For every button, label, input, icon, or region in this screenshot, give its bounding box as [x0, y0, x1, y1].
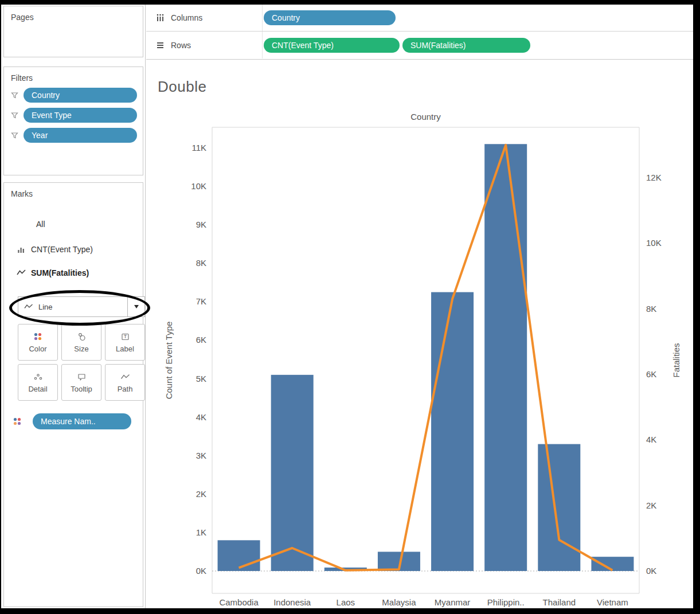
filter-pill-country[interactable]: Country [24, 88, 137, 103]
left-axis-title: Count of Event Type [164, 322, 174, 400]
columns-icon [156, 13, 165, 22]
rows-shelf-label: Rows [171, 41, 191, 50]
svg-text:T: T [123, 334, 127, 339]
rows-pill-sum-fatalities[interactable]: SUM(Fatalities) [402, 38, 530, 53]
marks-card-all[interactable]: All [4, 211, 143, 237]
bar-mark-Indonesia[interactable] [271, 375, 314, 571]
chevron-down-icon [134, 305, 139, 308]
marks-card-cnt-event-type[interactable]: CNT(Event Type) [4, 237, 143, 261]
category-label: Philippin.. [487, 597, 525, 607]
bar-mark-Cambodia[interactable] [218, 540, 260, 571]
filters-shelf[interactable]: Filters Country Event Type Year [3, 67, 143, 175]
columns-shelf[interactable]: Columns Country [146, 5, 693, 32]
column-header: Country [410, 112, 441, 122]
columns-shelf-label: Columns [171, 13, 202, 22]
category-label: Indonesia [273, 597, 311, 607]
shelves: Columns Country Rows CNT(Event Type) SUM… [146, 5, 693, 60]
color-dots-icon [33, 331, 43, 342]
measure-names-pill[interactable]: Measure Nam.. [33, 413, 131, 429]
app-frame: Pages Filters Country Event Type Year [1, 5, 693, 608]
color-button-label: Color [29, 345, 46, 353]
left-axis-tick: 11K [191, 143, 206, 152]
marks-card-all-label: All [36, 220, 45, 229]
tooltip-button-label: Tooltip [71, 385, 92, 393]
right-axis-tick: 2K [646, 500, 656, 510]
size-button[interactable]: Size [61, 324, 101, 361]
tooltip-button[interactable]: Tooltip [61, 364, 101, 401]
category-label: Thailand [543, 597, 576, 607]
category-label: Malaysia [382, 597, 416, 607]
columns-shelf-pills: Country [263, 10, 396, 25]
left-axis-tick: 9K [196, 220, 206, 229]
filters-title: Filters [4, 67, 143, 83]
right-axis-title: Fatalities [671, 343, 681, 377]
bar-mark-Myanmar[interactable] [431, 292, 474, 571]
rows-shelf-label-cell: Rows [146, 32, 263, 58]
left-axis-tick: 4K [196, 412, 206, 422]
marks-card-sum-label: SUM(Fatalities) [31, 268, 89, 277]
columns-pill-country[interactable]: Country [264, 10, 396, 25]
right-axis-tick: 10K [646, 238, 662, 248]
marks-title: Marks [4, 183, 143, 198]
left-axis-tick: 0K [196, 566, 206, 576]
measure-names-dots-icon [12, 416, 22, 427]
right-axis-tick: 6K [646, 369, 656, 379]
bar-mark-Philippin..[interactable] [484, 144, 527, 571]
filter-icon [11, 112, 18, 119]
detail-button[interactable]: Detail [18, 364, 58, 401]
detail-icon [33, 372, 43, 382]
columns-shelf-label-cell: Columns [146, 5, 263, 31]
right-axis-tick: 8K [646, 304, 656, 314]
label-button[interactable]: T Label [105, 324, 145, 361]
filter-row: Year [11, 128, 137, 143]
size-button-label: Size [74, 345, 88, 353]
path-button[interactable]: Path [105, 364, 145, 401]
bar-mark-Thailand[interactable] [538, 444, 580, 571]
rows-shelf-pills: CNT(Event Type) SUM(Fatalities) [263, 38, 530, 53]
pages-shelf[interactable]: Pages [3, 6, 143, 57]
color-button[interactable]: Color [18, 324, 58, 361]
marks-card-cnt-label: CNT(Event Type) [31, 245, 93, 254]
right-axis-tick: 4K [646, 435, 656, 444]
line-chart-icon [17, 268, 26, 277]
right-axis-tick: 0K [646, 566, 656, 576]
left-axis-tick: 10K [191, 181, 206, 191]
category-label: Laos [337, 597, 355, 607]
label-button-label: Label [116, 345, 134, 353]
mark-type-dropdown-arrow[interactable] [127, 297, 144, 316]
right-axis-tick: 12K [646, 173, 662, 182]
dual-axis-chart[interactable]: Country0K1K2K3K4K5K6K7K8K9K10K11K0K2K4K6… [146, 60, 693, 608]
bar-chart-icon [17, 245, 26, 254]
label-icon: T [120, 332, 130, 342]
rows-shelf[interactable]: Rows CNT(Event Type) SUM(Fatalities) [146, 32, 693, 58]
category-label: Myanmar [435, 597, 471, 607]
path-button-label: Path [118, 385, 133, 393]
marks-card: Marks All CNT(Event Type) SUM(Fatalities… [3, 182, 143, 607]
tableau-window: Pages Filters Country Event Type Year [0, 0, 700, 614]
filter-icon [11, 132, 18, 139]
worksheet: Double Country0K1K2K3K4K5K6K7K8K9K10K11K… [146, 60, 693, 608]
size-icon [77, 332, 87, 342]
detail-button-label: Detail [28, 385, 47, 393]
filter-icon [11, 92, 18, 99]
mark-type-value: Line [38, 303, 53, 311]
filter-row: Event Type [11, 108, 137, 123]
mark-type-dropdown[interactable]: Line [18, 296, 145, 317]
rows-pill-cnt-event-type[interactable]: CNT(Event Type) [264, 38, 400, 53]
left-axis-tick: 6K [196, 335, 206, 345]
filter-row: Country [11, 88, 137, 103]
left-axis-tick: 3K [196, 451, 206, 460]
left-axis-tick: 7K [196, 296, 206, 306]
pages-title: Pages [4, 6, 143, 22]
category-label: Vietnam [597, 597, 628, 607]
filter-pill-event-type[interactable]: Event Type [24, 108, 137, 123]
filter-pill-year[interactable]: Year [24, 128, 137, 143]
bar-mark-Vietnam[interactable] [591, 557, 633, 571]
measure-names-encoding: Measure Nam.. [12, 413, 131, 429]
marks-buttons: Color Size T Label Detail [18, 324, 146, 401]
marks-card-sum-fatalities[interactable]: SUM(Fatalities) [4, 261, 143, 284]
path-icon [120, 372, 130, 382]
rows-icon [156, 41, 165, 50]
left-axis-tick: 1K [196, 527, 206, 537]
tooltip-icon [77, 372, 87, 382]
